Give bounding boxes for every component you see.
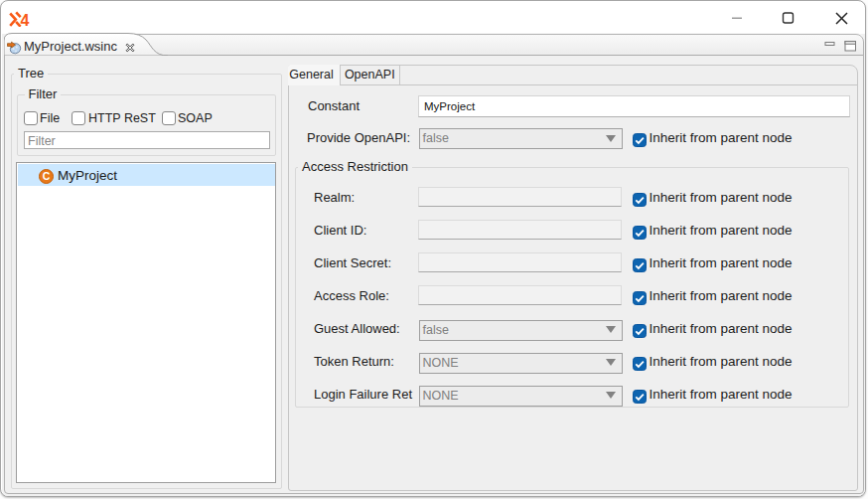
svg-text:4: 4 — [21, 12, 30, 28]
svg-text:C: C — [43, 170, 51, 182]
